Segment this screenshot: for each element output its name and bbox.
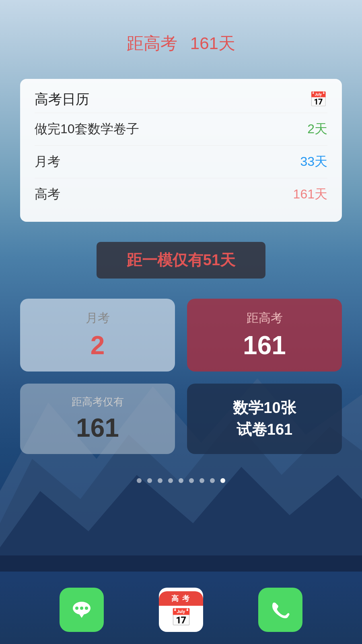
widget-grid: 月考 2 距高考 161 距高考仅有 161 数学10张试卷161 <box>20 299 342 454</box>
card-row-1: 月考 33天 <box>35 145 327 178</box>
banner-text: 距一模仅有51天 <box>127 252 235 268</box>
widget-math-text: 数学10张试卷161 <box>233 397 296 440</box>
app-bottom-icon: 📅 <box>171 606 191 629</box>
widget-gaokao-only[interactable]: 距高考仅有 161 <box>20 384 175 454</box>
dot-1[interactable] <box>147 478 152 483</box>
card-title: 高考日历 <box>35 90 89 109</box>
svg-marker-8 <box>78 613 85 618</box>
card-row-value-2: 161天 <box>293 186 327 203</box>
dot-4[interactable] <box>179 478 183 483</box>
widget-monthly-value: 2 <box>90 330 105 360</box>
widget-gaokao-label: 距高考 <box>247 310 283 326</box>
widget-gaokao-only-label: 距高考仅有 <box>72 395 124 409</box>
banner: 距一模仅有51天 <box>97 242 265 279</box>
widget-monthly[interactable]: 月考 2 <box>20 299 175 372</box>
top-countdown-prefix: 距高考 <box>127 34 177 53</box>
app-top-label: 高 考 <box>159 591 203 606</box>
widget-gaokao-only-value: 161 <box>76 413 119 443</box>
dot-2[interactable] <box>158 478 162 483</box>
svg-point-5 <box>75 607 78 610</box>
svg-point-6 <box>80 607 83 610</box>
top-countdown: 距高考 161天 <box>0 0 362 55</box>
top-countdown-days: 161天 <box>190 34 235 53</box>
dot-3[interactable] <box>168 478 173 483</box>
card-row-value-1: 33天 <box>300 153 327 171</box>
messages-app-icon[interactable] <box>60 588 104 632</box>
widget-monthly-label: 月考 <box>86 310 110 326</box>
dot-5[interactable] <box>189 478 194 483</box>
svg-point-7 <box>85 607 88 610</box>
card-row-label-1: 月考 <box>35 153 60 171</box>
gaokao-app-icon[interactable]: 高 考 📅 <box>159 588 203 632</box>
dot-7[interactable] <box>210 478 215 483</box>
card-row-2: 高考 161天 <box>35 178 327 211</box>
widget-gaokao[interactable]: 距高考 161 <box>187 299 342 372</box>
page-dots <box>0 478 362 483</box>
calendar-icon: 📅 <box>309 91 327 108</box>
card-row-0: 做完10套数学卷子 2天 <box>35 113 327 145</box>
dot-8[interactable] <box>220 478 225 483</box>
dot-6[interactable] <box>200 478 204 483</box>
widget-math[interactable]: 数学10张试卷161 <box>187 384 342 454</box>
dot-0[interactable] <box>137 478 142 483</box>
phone-app-icon[interactable] <box>258 588 302 632</box>
card-row-value-0: 2天 <box>307 120 327 138</box>
widget-gaokao-value: 161 <box>243 330 286 360</box>
card-widget: 高考日历 📅 做完10套数学卷子 2天 月考 33天 高考 161天 <box>20 79 342 222</box>
card-row-label-2: 高考 <box>35 186 60 203</box>
dock: 高 考 📅 <box>0 588 362 632</box>
card-row-label-0: 做完10套数学卷子 <box>35 120 139 138</box>
